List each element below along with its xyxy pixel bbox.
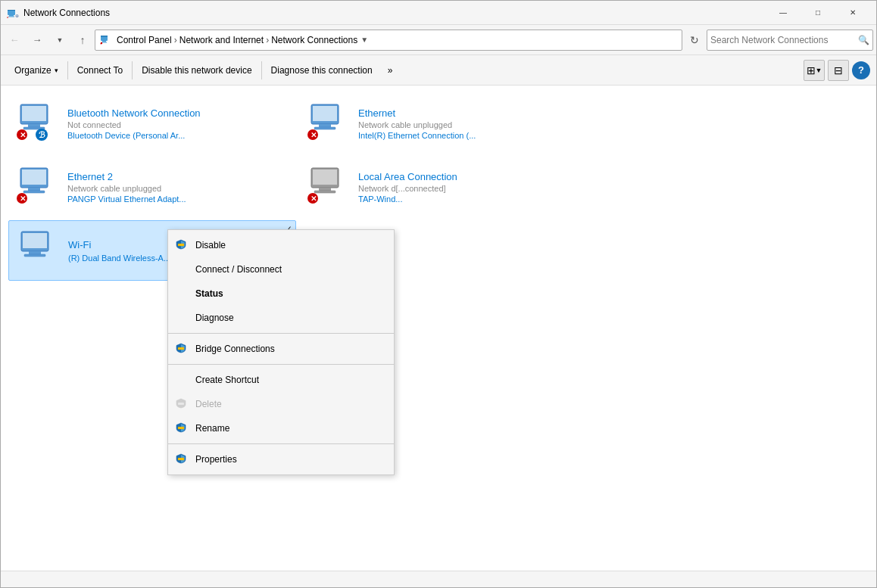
search-input[interactable] bbox=[710, 35, 858, 45]
more-button[interactable]: » bbox=[380, 58, 401, 82]
context-separator-2 bbox=[168, 364, 394, 365]
svg-text:⊕: ⊕ bbox=[15, 14, 19, 18]
connection-item-bluetooth[interactable]: ✕ ℬ Bluetooth Network Connection Not con… bbox=[8, 93, 296, 154]
context-separator-1 bbox=[168, 333, 394, 334]
connection-item-local-area[interactable]: ✕ Local Area Connection Network d[...con… bbox=[299, 157, 587, 217]
status-bar bbox=[1, 571, 876, 587]
minimize-button[interactable]: — bbox=[766, 1, 801, 25]
svg-rect-45 bbox=[178, 427, 184, 429]
toolbar-divider-1 bbox=[67, 61, 68, 79]
svg-rect-43 bbox=[178, 347, 184, 350]
svg-rect-29 bbox=[23, 191, 45, 193]
up-button[interactable]: ↑ bbox=[72, 30, 93, 51]
svg-text:✕: ✕ bbox=[20, 131, 26, 139]
address-path[interactable]: Control Panel › Network and Internet › N… bbox=[95, 30, 682, 51]
change-view-button[interactable]: ⊟ bbox=[828, 60, 849, 81]
local-area-conn-status: Network d[...connected] bbox=[358, 184, 457, 193]
toolbar: Organize ▾ Connect To Disable this netwo… bbox=[1, 55, 876, 86]
svg-rect-46 bbox=[178, 458, 184, 460]
svg-rect-7 bbox=[101, 36, 108, 37]
svg-rect-28 bbox=[28, 188, 40, 191]
connections-grid: ✕ ℬ Bluetooth Network Connection Not con… bbox=[8, 93, 869, 281]
context-menu-item-rename[interactable]: Rename bbox=[168, 416, 394, 440]
svg-text:✕: ✕ bbox=[20, 194, 26, 203]
svg-rect-40 bbox=[29, 251, 41, 254]
context-disable-label: Disable bbox=[195, 240, 226, 250]
breadcrumb-network-internet: Network and Internet bbox=[179, 35, 264, 45]
svg-text:ℬ: ℬ bbox=[39, 130, 45, 139]
wifi-conn-info: Wi-Fi (R) Dual Band Wireless-A... bbox=[68, 239, 170, 263]
organize-button[interactable]: Organize ▾ bbox=[7, 58, 66, 82]
window-icon: ⊕ bbox=[7, 7, 19, 19]
context-menu-item-status[interactable]: Status bbox=[168, 282, 394, 306]
view-button[interactable]: ⊞ ▼ bbox=[804, 60, 825, 81]
svg-rect-34 bbox=[319, 188, 331, 191]
context-menu-item-disable[interactable]: Disable bbox=[168, 233, 394, 257]
disable-button[interactable]: Disable this network device bbox=[134, 58, 259, 82]
svg-rect-23 bbox=[314, 127, 336, 129]
local-area-conn-adapter: TAP-Wind... bbox=[358, 194, 457, 204]
context-rename-label: Rename bbox=[195, 423, 229, 434]
context-separator-3 bbox=[168, 443, 394, 444]
view-icon: ⊞ bbox=[807, 64, 816, 76]
title-bar: ⊕ Network Connections — □ ✕ bbox=[1, 1, 876, 25]
title-bar-text: Network Connections bbox=[23, 8, 766, 18]
svg-point-11 bbox=[100, 43, 101, 45]
content-area: ✕ ℬ Bluetooth Network Connection Not con… bbox=[1, 86, 876, 571]
context-menu-item-properties[interactable]: Properties bbox=[168, 447, 394, 471]
ethernet2-conn-adapter: PANGP Virtual Ethernet Adapt... bbox=[67, 194, 186, 204]
context-menu-item-bridge[interactable]: Bridge Connections bbox=[168, 337, 394, 361]
bluetooth-conn-name: Bluetooth Network Connection bbox=[67, 107, 201, 119]
ethernet2-conn-name: Ethernet 2 bbox=[67, 171, 186, 182]
help-button[interactable]: ? bbox=[852, 61, 870, 79]
shield-icon-delete bbox=[176, 398, 186, 411]
svg-rect-41 bbox=[24, 254, 45, 257]
context-delete-label: Delete bbox=[195, 399, 222, 409]
svg-rect-13 bbox=[22, 106, 46, 121]
recent-button[interactable]: ▼ bbox=[49, 30, 70, 51]
shield-icon-rename bbox=[176, 422, 186, 435]
ethernet2-conn-status: Network cable unplugged bbox=[67, 184, 186, 193]
context-menu-item-diagnose[interactable]: Diagnose bbox=[168, 306, 394, 330]
toolbar-right: ⊞ ▼ ⊟ ? bbox=[804, 60, 870, 81]
bluetooth-conn-adapter: Bluetooth Device (Personal Ar... bbox=[67, 131, 201, 140]
ethernet-conn-status: Network cable unplugged bbox=[358, 120, 476, 129]
context-bridge-label: Bridge Connections bbox=[195, 344, 275, 354]
local-area-conn-icon: ✕ bbox=[305, 166, 351, 208]
forward-button[interactable]: → bbox=[27, 30, 48, 51]
bluetooth-conn-status: Not connected bbox=[67, 120, 201, 129]
connect-to-button[interactable]: Connect To bbox=[70, 58, 131, 82]
connection-item-ethernet2[interactable]: ✕ Ethernet 2 Network cable unplugged PAN… bbox=[8, 157, 296, 217]
ethernet-conn-name: Ethernet bbox=[358, 107, 476, 119]
maximize-button[interactable]: □ bbox=[801, 1, 835, 25]
bluetooth-conn-icon: ✕ ℬ bbox=[14, 103, 60, 145]
shield-icon-bridge bbox=[176, 343, 186, 356]
context-diagnose-label: Diagnose bbox=[195, 313, 234, 323]
svg-rect-3 bbox=[8, 16, 14, 17]
window: ⊕ Network Connections — □ ✕ ← → ▼ ↑ Cont… bbox=[0, 0, 877, 588]
svg-rect-8 bbox=[102, 41, 106, 42]
context-menu-item-shortcut[interactable]: Create Shortcut bbox=[168, 368, 394, 392]
window-controls: — □ ✕ bbox=[766, 1, 870, 25]
connection-item-ethernet[interactable]: ✕ Ethernet Network cable unplugged Intel… bbox=[299, 93, 587, 154]
wifi-conn-icon bbox=[15, 230, 61, 272]
svg-rect-14 bbox=[28, 124, 40, 127]
diagnose-button[interactable]: Diagnose this connection bbox=[264, 58, 380, 82]
svg-text:✕: ✕ bbox=[311, 194, 317, 203]
svg-rect-39 bbox=[23, 233, 47, 248]
svg-rect-9 bbox=[101, 42, 107, 42]
connect-to-label: Connect To bbox=[77, 65, 123, 76]
svg-rect-27 bbox=[22, 170, 46, 185]
refresh-button[interactable]: ↻ bbox=[684, 30, 705, 51]
back-button[interactable]: ← bbox=[4, 30, 25, 51]
shield-icon-properties bbox=[176, 453, 186, 466]
context-menu-item-connect[interactable]: Connect / Disconnect bbox=[168, 257, 394, 282]
diagnose-label: Diagnose this connection bbox=[271, 65, 373, 76]
svg-rect-44 bbox=[178, 403, 184, 405]
wifi-conn-name: Wi-Fi bbox=[68, 239, 170, 250]
svg-rect-42 bbox=[178, 244, 184, 246]
search-box: 🔍 bbox=[707, 30, 873, 51]
address-bar: ← → ▼ ↑ Control Panel › Network and Inte… bbox=[1, 25, 876, 55]
bluetooth-conn-info: Bluetooth Network Connection Not connect… bbox=[67, 107, 201, 140]
close-button[interactable]: ✕ bbox=[835, 1, 870, 25]
